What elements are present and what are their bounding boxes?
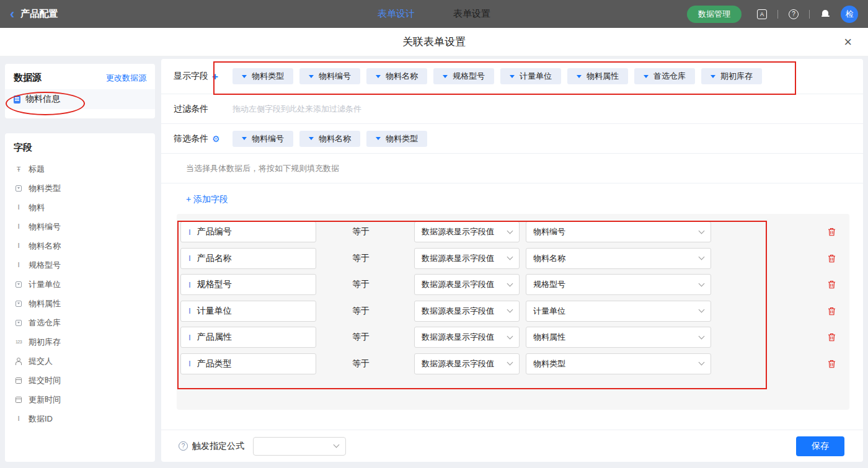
display-field-chip[interactable]: 首选仓库 <box>634 68 695 84</box>
delete-icon[interactable] <box>828 254 836 263</box>
display-field-chip[interactable]: 物料名称 <box>366 68 427 84</box>
equals-label: 等于 <box>352 253 370 264</box>
target-field-input[interactable]: 产品名称 <box>180 248 316 269</box>
source-type-select[interactable]: 数据源表显示字段值 <box>414 248 520 269</box>
field-label: 提交人 <box>29 356 53 367</box>
change-datasource-link[interactable]: 更改数据源 <box>106 73 146 84</box>
topbar: ‹ 产品配置 表单设计 表单设置 数据管理 A ? 检 <box>0 0 868 28</box>
help-icon[interactable]: ? <box>787 8 800 20</box>
tab-form-design[interactable]: 表单设计 <box>378 8 415 20</box>
display-field-chip[interactable]: 物料属性 <box>567 68 628 84</box>
chevron-down-icon <box>507 254 513 260</box>
display-field-chip[interactable]: 物料编号 <box>299 68 360 84</box>
source-field-value: 规格型号 <box>533 279 565 290</box>
field-label: 提交时间 <box>29 375 61 386</box>
chip-label: 物料类型 <box>386 133 418 144</box>
screen-field-chip[interactable]: 物料编号 <box>232 131 293 147</box>
gear-icon[interactable]: ⚙ <box>212 135 220 143</box>
field-label: 标题 <box>29 164 45 175</box>
select-field-icon <box>14 319 23 327</box>
text-field-icon <box>188 332 191 343</box>
field-item[interactable]: 更新时间 <box>5 390 155 409</box>
avatar[interactable]: 检 <box>841 6 858 23</box>
bell-icon[interactable] <box>819 8 831 20</box>
field-item[interactable]: 标题 <box>5 159 155 179</box>
source-field-select[interactable]: 物料属性 <box>526 327 711 348</box>
screen-field-chip[interactable]: 物料名称 <box>299 131 360 147</box>
delete-icon[interactable] <box>828 227 836 236</box>
delete-icon[interactable] <box>828 360 836 368</box>
source-type-select[interactable]: 数据源表显示字段值 <box>414 353 520 374</box>
field-label: 规格型号 <box>29 260 61 271</box>
datasource-item[interactable]: 物料信息 <box>5 89 155 109</box>
display-field-chip[interactable]: 期初库存 <box>701 68 762 84</box>
mapping-row: 产品属性 等于 数据源表显示字段值 物料属性 <box>180 327 849 348</box>
target-field-input[interactable]: 产品属性 <box>180 327 316 348</box>
source-field-select[interactable]: 物料类型 <box>526 353 711 374</box>
delete-icon[interactable] <box>828 307 836 316</box>
field-item[interactable]: 首选仓库 <box>5 313 155 332</box>
filter-dropzone[interactable]: 拖动左侧字段到此处来添加过滤条件 <box>232 104 361 115</box>
date-field-icon <box>14 395 23 404</box>
caret-down-icon <box>242 137 247 140</box>
datasource-title: 数据源 <box>14 72 42 84</box>
source-type-select[interactable]: 数据源表显示字段值 <box>414 221 520 242</box>
add-display-field-icon[interactable]: + <box>212 71 218 82</box>
tab-form-settings[interactable]: 表单设置 <box>453 8 490 20</box>
chevron-down-icon <box>699 307 705 313</box>
source-field-select[interactable]: 物料名称 <box>526 248 711 269</box>
data-manage-button[interactable]: 数据管理 <box>687 6 742 23</box>
source-field-select[interactable]: 物料编号 <box>526 221 711 242</box>
target-field-input[interactable]: 计量单位 <box>180 301 316 322</box>
target-field-input[interactable]: 规格型号 <box>180 274 316 295</box>
language-icon[interactable]: A <box>756 8 768 20</box>
source-type-value: 数据源表显示字段值 <box>422 279 494 290</box>
display-field-chip[interactable]: 规格型号 <box>433 68 494 84</box>
equals-label: 等于 <box>352 306 370 317</box>
close-icon[interactable]: × <box>844 35 852 49</box>
field-item[interactable]: 物料名称 <box>5 236 155 255</box>
text-field-icon <box>188 306 191 316</box>
display-field-chip[interactable]: 物料类型 <box>232 68 293 84</box>
source-field-value: 物料属性 <box>533 332 565 343</box>
add-field-link[interactable]: + 添加字段 <box>186 193 228 205</box>
text-field-icon <box>14 203 23 212</box>
source-type-select[interactable]: 数据源表显示字段值 <box>414 301 520 322</box>
target-field-input[interactable]: 产品编号 <box>180 221 316 242</box>
field-item[interactable]: 物料类型 <box>5 179 155 198</box>
target-field-input[interactable]: 产品类型 <box>180 353 316 374</box>
caret-down-icon <box>376 75 381 78</box>
chevron-down-icon <box>699 360 705 366</box>
screen-label: 筛选条件 <box>174 133 208 144</box>
delete-icon[interactable] <box>828 280 836 289</box>
delete-icon[interactable] <box>828 333 836 342</box>
field-item[interactable]: 物料属性 <box>5 294 155 313</box>
text-field-icon <box>14 415 23 423</box>
chip-label: 规格型号 <box>453 71 485 82</box>
back-icon[interactable]: ‹ <box>10 7 14 21</box>
formula-select[interactable] <box>253 437 346 456</box>
source-type-select[interactable]: 数据源表显示字段值 <box>414 274 520 295</box>
back-label[interactable]: 产品配置 <box>20 8 58 20</box>
source-type-select[interactable]: 数据源表显示字段值 <box>414 327 520 348</box>
field-item[interactable]: 物料 <box>5 198 155 217</box>
display-field-chip[interactable]: 计量单位 <box>500 68 561 84</box>
field-item[interactable]: 计量单位 <box>5 275 155 294</box>
screen-field-chip[interactable]: 物料类型 <box>366 131 427 147</box>
chevron-down-icon <box>507 227 513 234</box>
field-item[interactable]: 物料编号 <box>5 217 155 236</box>
source-field-select[interactable]: 计量单位 <box>526 301 711 322</box>
target-field-label: 产品名称 <box>197 253 232 264</box>
source-field-select[interactable]: 规格型号 <box>526 274 711 295</box>
field-item[interactable]: 提交人 <box>5 351 155 371</box>
caret-down-icon <box>510 75 515 78</box>
text-field-icon <box>188 227 191 237</box>
save-button[interactable]: 保存 <box>796 436 844 456</box>
field-item[interactable]: 期初库存 <box>5 332 155 351</box>
field-item[interactable]: 提交时间 <box>5 371 155 390</box>
field-label: 首选仓库 <box>29 317 61 329</box>
mapping-row: 规格型号 等于 数据源表显示字段值 规格型号 <box>180 274 849 295</box>
field-item[interactable]: 数据ID <box>5 409 155 428</box>
field-item[interactable]: 规格型号 <box>5 255 155 275</box>
caret-down-icon <box>376 137 381 140</box>
